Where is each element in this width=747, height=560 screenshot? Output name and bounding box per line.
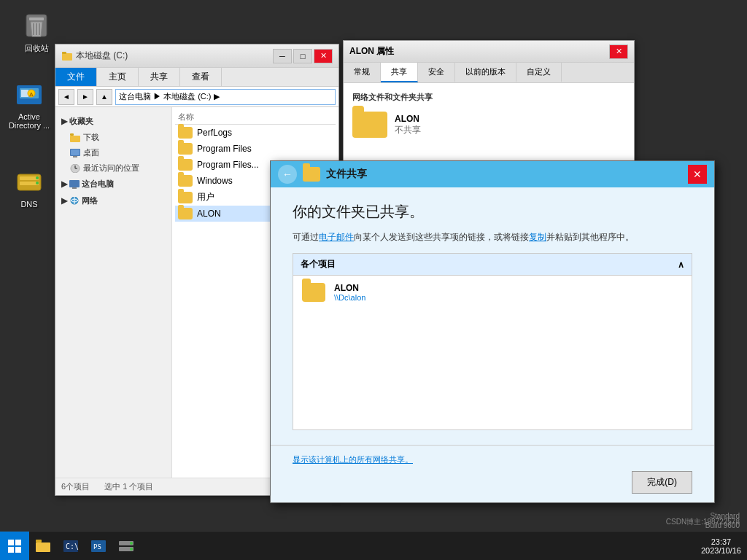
svg-rect-32 <box>15 547 21 553</box>
explorer-minimize-btn[interactable]: ─ <box>273 49 292 63</box>
file-item-perflogs[interactable]: PerfLogs <box>175 125 336 141</box>
sharing-footer-btns: 完成(D) <box>293 471 692 494</box>
alon-share-info: ALON 不共享 <box>395 114 421 136</box>
sidebar-item-download[interactable]: 下载 <box>55 130 171 145</box>
up-btn[interactable]: ▲ <box>96 89 112 105</box>
alon-share-status: 不共享 <box>395 124 421 136</box>
sharing-item-path[interactable]: \\Dc\alon <box>334 293 365 302</box>
svg-rect-26 <box>72 187 77 189</box>
dns-icon[interactable]: DNS <box>4 168 55 209</box>
svg-rect-16 <box>62 52 66 54</box>
dns-label: DNS <box>20 200 37 209</box>
build-label: Build 9600 <box>705 521 740 529</box>
sharing-copy-link[interactable]: 复制 <box>529 232 546 242</box>
favorites-header[interactable]: ▶ 收藏夹 <box>55 113 171 130</box>
status-selected: 选中 1 个项目 <box>104 481 153 492</box>
svg-rect-15 <box>62 53 72 61</box>
alon-tab-custom[interactable]: 自定义 <box>516 63 562 82</box>
svg-text:C:\: C:\ <box>66 542 79 551</box>
alon-tab-share[interactable]: 共享 <box>381 63 418 82</box>
address-path[interactable]: 这台电脑 ▶ 本地磁盘 (C:) ▶ <box>115 89 336 105</box>
sidebar-item-desktop[interactable]: 桌面 <box>55 145 171 160</box>
done-button[interactable]: 完成(D) <box>632 471 692 494</box>
alon-section-title: 网络文件和文件夹共享 <box>352 92 625 103</box>
alon-dialog-tabs: 常规 共享 安全 以前的版本 自定义 <box>344 63 634 83</box>
taskbar-start-button[interactable] <box>0 532 29 561</box>
tab-home[interactable]: 主页 <box>97 68 139 86</box>
svg-rect-1 <box>29 18 44 20</box>
this-pc-header[interactable]: ▶ 这台电脑 <box>55 176 171 192</box>
taskbar-explorer-icon[interactable] <box>29 532 57 561</box>
sharing-titlebar: ← 文件共享 ✕ <box>271 161 714 187</box>
windows-logo-icon <box>7 539 22 553</box>
desktop-folder-icon <box>70 149 80 158</box>
active-directory-icon[interactable]: A Active Directory ... <box>4 80 55 130</box>
explorer-titlebar: 本地磁盘 (C:) ─ □ ✕ <box>55 44 338 68</box>
folder-icon <box>178 192 193 203</box>
tab-view[interactable]: 查看 <box>180 68 222 86</box>
tab-share[interactable]: 共享 <box>139 68 180 86</box>
desktop: 回收站 A Active Directory ... DNS <box>0 0 747 560</box>
folder-icon <box>178 208 193 219</box>
recycle-bin-label: 回收站 <box>25 43 49 54</box>
download-folder-icon <box>70 133 80 142</box>
taskbar-cmd-icon[interactable]: C:\ <box>57 532 85 561</box>
alon-tab-security[interactable]: 安全 <box>418 63 455 82</box>
active-directory-label: Active Directory ... <box>4 112 55 130</box>
sharing-folder-icon <box>303 167 320 182</box>
svg-point-41 <box>130 542 133 545</box>
alon-tab-general[interactable]: 常规 <box>344 63 381 82</box>
sharing-item-name: ALON <box>334 283 365 293</box>
sharing-back-btn[interactable]: ← <box>278 165 297 184</box>
svg-rect-25 <box>69 180 80 187</box>
svg-rect-30 <box>15 540 21 545</box>
svg-rect-20 <box>71 149 80 155</box>
sharing-footer: 显示该计算机上的所有网络共享。 完成(D) <box>271 445 714 502</box>
svg-text:PS: PS <box>93 543 101 551</box>
svg-point-42 <box>130 548 133 551</box>
svg-rect-18 <box>70 133 74 136</box>
file-sharing-dialog: ← 文件共享 ✕ 你的文件夹已共享。 可通过电子邮件向某个人发送到这些共享项的链… <box>270 160 715 503</box>
sidebar-item-recent[interactable]: 最近访问的位置 <box>55 160 171 176</box>
alon-folder-icon <box>352 112 387 138</box>
network-icon <box>69 197 80 206</box>
taskbar-time-date: 23:37 2023/10/16 <box>701 537 741 555</box>
sidebar: ▶ 收藏夹 下载 桌面 <box>55 107 172 478</box>
explorer-close-btn[interactable]: ✕ <box>314 49 333 63</box>
svg-point-14 <box>36 182 39 184</box>
explorer-title: 本地磁盘 (C:) <box>76 50 273 62</box>
folder-icon <box>178 143 193 155</box>
alon-share-name: ALON <box>395 114 421 124</box>
network-header[interactable]: ▶ 网络 <box>55 192 171 209</box>
folder-icon <box>178 127 193 139</box>
alon-dialog-title: ALON 属性 <box>349 45 609 58</box>
alon-close-btn[interactable]: ✕ <box>609 44 628 59</box>
file-list-header: 名称 <box>175 110 336 125</box>
svg-rect-33 <box>36 542 50 552</box>
sharing-item-row: ALON \\Dc\alon <box>293 276 692 309</box>
sharing-items-header: 各个项目 ∧ <box>293 254 692 276</box>
tab-file[interactable]: 文件 <box>55 68 97 86</box>
alon-tab-previous[interactable]: 以前的版本 <box>455 63 516 82</box>
taskbar-powershell-icon[interactable]: PS <box>85 532 112 561</box>
sharing-close-btn[interactable]: ✕ <box>688 165 707 184</box>
back-btn[interactable]: ◄ <box>58 89 74 105</box>
recent-icon <box>70 164 80 173</box>
sharing-item-folder-icon <box>302 283 325 302</box>
sharing-item-info: ALON \\Dc\alon <box>334 283 365 302</box>
show-shares-link[interactable]: 显示该计算机上的所有网络共享。 <box>293 454 692 465</box>
taskbar-server-manager-icon[interactable] <box>112 532 140 561</box>
taskbar-right: 23:37 2023/10/16 <box>701 537 747 555</box>
address-bar: ◄ ► ▲ 这台电脑 ▶ 本地磁盘 (C:) ▶ <box>55 87 338 107</box>
sharing-collapse-icon[interactable]: ∧ <box>678 260 684 270</box>
sharing-desc: 可通过电子邮件向某个人发送到这些共享项的链接，或将链接复制并粘贴到其他程序中。 <box>293 230 692 244</box>
folder-icon <box>178 175 193 187</box>
sharing-email-link[interactable]: 电子邮件 <box>319 232 354 242</box>
svg-rect-17 <box>70 136 80 142</box>
edition-label: Standard <box>710 512 740 520</box>
svg-point-13 <box>36 176 39 179</box>
file-item-programfiles[interactable]: Program Files <box>175 141 336 157</box>
explorer-maximize-btn[interactable]: □ <box>293 49 312 63</box>
explorer-title-icon <box>61 50 73 62</box>
forward-btn[interactable]: ► <box>77 89 93 105</box>
